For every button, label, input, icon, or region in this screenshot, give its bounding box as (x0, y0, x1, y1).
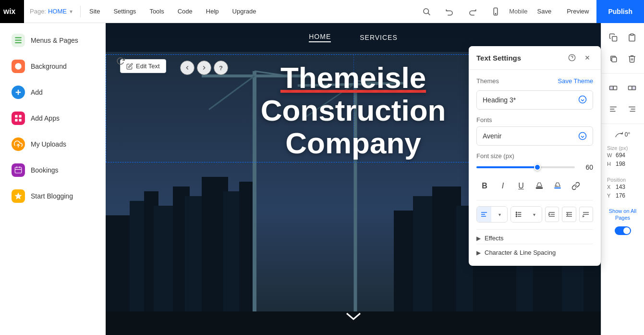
font-size-row: 60 (476, 163, 593, 171)
site-nav-services[interactable]: SERVICES (360, 34, 398, 41)
align-chevron-button[interactable]: ▾ (492, 207, 507, 222)
panel-body: Themes Save Theme Heading 3* Fonts Aveni… (469, 70, 601, 266)
hero-line1: Themeisle (209, 62, 498, 94)
width-key: W (607, 152, 614, 158)
paste-icon-button[interactable] (624, 29, 641, 46)
font-size-slider[interactable] (476, 166, 575, 168)
nav-item-tools[interactable]: Tools (143, 0, 170, 23)
link-button[interactable] (568, 178, 584, 194)
search-icon-button[interactable] (415, 0, 438, 23)
undo-icon-button[interactable] (438, 0, 461, 23)
svg-rect-57 (632, 86, 636, 90)
delete-icon-button[interactable] (624, 50, 641, 67)
duplicate-icon-button[interactable] (605, 50, 622, 67)
x-value[interactable]: 143 (616, 184, 625, 190)
list-chevron-button[interactable]: ▾ (527, 207, 542, 222)
panel-title: Text Settings (476, 54, 521, 62)
hero-text-area[interactable]: Themeisle Construction Company (209, 62, 498, 160)
sidebar-item-start-blogging[interactable]: Start Blogging (4, 185, 102, 208)
align-left-icon-button[interactable] (605, 100, 622, 118)
svg-point-69 (579, 133, 586, 140)
themes-label: Themes (476, 77, 499, 85)
unordered-list-button[interactable] (511, 207, 525, 222)
bookings-icon (12, 163, 25, 177)
heading-select[interactable]: Heading 3* (476, 90, 593, 110)
width-value[interactable]: 694 (616, 152, 625, 159)
panel-help-button[interactable] (566, 52, 578, 63)
fonts-select[interactable]: Avenir (476, 126, 593, 146)
text-settings-panel: Text Settings Themes Save Theme Heading … (469, 46, 601, 266)
left-sidebar: Menus & Pages Background Add Add Apps My… (0, 23, 106, 335)
wix-logo: wix (0, 0, 24, 23)
nav-item-site[interactable]: Site (83, 0, 107, 23)
sidebar-label-add-apps: Add Apps (31, 114, 60, 122)
edit-text-button[interactable]: Edit Text (120, 59, 166, 73)
character-spacing-label: Character & Line Spacing (485, 249, 556, 256)
preview-button[interactable]: Preview (559, 0, 596, 23)
fonts-select-value: Avenir (483, 132, 501, 140)
highlight-icon: A (553, 182, 562, 190)
save-button[interactable]: Save (530, 0, 559, 23)
svg-text:wix: wix (3, 7, 16, 15)
underline-button[interactable]: U (513, 178, 529, 194)
size-section: Size (px) W 694 H 198 (601, 141, 644, 173)
align-left-button[interactable] (477, 207, 491, 222)
heading-chevron-icon (578, 95, 587, 105)
publish-button[interactable]: Publish (596, 0, 644, 23)
rtl-button[interactable] (579, 207, 593, 222)
effects-section[interactable]: ▶ Effects (476, 229, 593, 244)
redo-icon-button[interactable] (461, 0, 484, 23)
increase-indent-button[interactable] (562, 207, 576, 222)
page-name[interactable]: HOME (48, 8, 67, 15)
right-icon-row-arrange2 (601, 99, 644, 120)
prev-arrow-button[interactable] (180, 61, 194, 75)
panel-close-button[interactable] (582, 52, 593, 63)
copy-icon-button[interactable] (605, 29, 622, 46)
sidebar-item-add-apps[interactable]: Add Apps (4, 107, 102, 130)
sidebar-item-add[interactable]: Add (4, 81, 102, 104)
height-row: H 198 (607, 161, 638, 167)
sidebar-item-bookings[interactable]: Bookings (4, 159, 102, 182)
background-icon (12, 60, 25, 73)
height-value[interactable]: 198 (616, 161, 625, 167)
nav-item-settings[interactable]: Settings (107, 0, 143, 23)
scroll-down-chevron[interactable] (345, 310, 362, 325)
rotation-value: 0° (625, 131, 630, 138)
font-size-value[interactable]: 60 (580, 163, 593, 171)
save-theme-link[interactable]: Save Theme (558, 77, 593, 85)
nav-item-help[interactable]: Help (199, 0, 226, 23)
right-icon-row-2 (601, 48, 644, 69)
svg-rect-7 (15, 42, 22, 43)
sidebar-label-start-blogging: Start Blogging (31, 192, 73, 200)
highlight-color-button[interactable]: A (549, 178, 566, 194)
italic-button[interactable]: I (495, 178, 511, 194)
align-right-icon-button[interactable] (624, 100, 641, 118)
y-row: Y 176 (607, 192, 638, 199)
sidebar-item-menus-pages[interactable]: Menus & Pages (4, 29, 102, 52)
bring-front-icon-button[interactable] (624, 79, 641, 97)
nav-item-upgrade[interactable]: Upgrade (226, 0, 263, 23)
send-back-icon-button[interactable] (605, 79, 622, 97)
page-chevron-icon[interactable]: ▾ (70, 8, 73, 15)
rotate-handle[interactable] (116, 57, 126, 66)
show-all-pages-link[interactable]: Show on All Pages (601, 205, 644, 224)
character-line-spacing-section[interactable]: ▶ Character & Line Spacing (476, 244, 593, 258)
bold-button[interactable]: B (476, 178, 493, 194)
font-size-fill (476, 166, 537, 168)
font-size-knob[interactable] (534, 164, 541, 171)
svg-point-1 (424, 9, 429, 14)
decrease-indent-button[interactable] (545, 207, 559, 222)
y-value[interactable]: 176 (616, 192, 625, 199)
nav-item-code[interactable]: Code (171, 0, 199, 23)
rotation-section: 0° (601, 128, 644, 141)
text-color-button[interactable] (531, 178, 547, 194)
site-nav-home[interactable]: HOME (309, 33, 331, 42)
hero-title: Themeisle Construction Company (209, 62, 498, 160)
sidebar-item-my-uploads[interactable]: My Uploads (4, 133, 102, 156)
mobile-icon-button[interactable] (484, 0, 507, 23)
svg-rect-14 (19, 119, 22, 122)
toggle-knob (623, 227, 630, 234)
rotation-icon (615, 131, 623, 138)
sidebar-item-background[interactable]: Background (4, 55, 102, 78)
show-pages-toggle[interactable] (615, 226, 631, 235)
